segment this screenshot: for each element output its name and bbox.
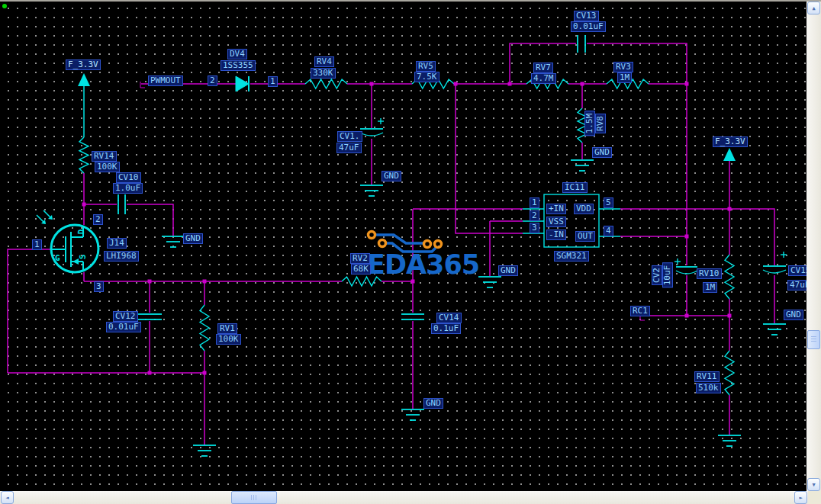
gnd-label[interactable]: GND (382, 171, 401, 181)
horizontal-scrollbar[interactable]: ◄ ► (0, 491, 808, 504)
gnd-label[interactable]: GND (423, 398, 443, 409)
value-label[interactable]: LHI968 (104, 251, 139, 262)
value-label[interactable]: 7.5K (414, 72, 439, 82)
scroll-right-icon: ► (799, 495, 802, 501)
designator-label[interactable]: DV4 (227, 49, 247, 59)
value-label[interactable]: 68K (351, 264, 371, 274)
pin-number-label[interactable]: 3 (530, 223, 539, 233)
designator-label[interactable]: RV3 (613, 62, 633, 72)
horizontal-scroll-thumb[interactable] (231, 491, 277, 504)
power-port-label[interactable]: F_3.3V (66, 59, 101, 70)
designator-label[interactable]: RV10 (697, 268, 722, 279)
value-label[interactable]: 0.01uF (571, 21, 606, 32)
pin-number-label[interactable]: 1 (32, 239, 42, 250)
pin-number-label[interactable]: 3 (94, 281, 104, 292)
designator-label[interactable]: CV15 (788, 265, 807, 276)
value-label[interactable]: 0.1uF (431, 323, 461, 334)
pin-number-label[interactable]: 1 (268, 76, 278, 87)
designator-label[interactable]: RV5 (416, 61, 436, 72)
value-label[interactable]: 1.0uF (113, 183, 143, 194)
gnd-label[interactable]: GND (784, 310, 803, 320)
power-port-label[interactable]: F_3.3V (713, 136, 748, 147)
designator-label[interactable]: CV10 (116, 172, 141, 183)
value-label[interactable]: 1.5M (584, 111, 595, 136)
schematic-canvas[interactable]: EDA365 F_3.3VPWMOUT2DV41SS3551RV4330KRV5… (0, 2, 807, 491)
scroll-left-icon: ◄ (5, 495, 8, 501)
origin-indicator (2, 4, 7, 8)
pin-number-label[interactable]: 2 (93, 214, 103, 225)
value-label[interactable]: 330K (311, 68, 336, 79)
designator-label[interactable]: RV7 (533, 63, 553, 73)
designator-label[interactable]: CV13 (574, 11, 599, 21)
value-label[interactable]: SGM321 (554, 251, 589, 262)
vertical-scrollbar[interactable]: ▲ ▼ (807, 2, 821, 491)
ic-pin-name-label[interactable]: OUT (575, 231, 595, 242)
scroll-right-button[interactable]: ► (794, 491, 807, 504)
symbol-letter: S (79, 255, 88, 260)
value-label[interactable]: 510k (696, 383, 721, 393)
value-label[interactable]: 100K (216, 334, 241, 345)
designator-label[interactable]: IC11 (562, 182, 588, 193)
pin-number-label[interactable]: 5 (604, 197, 613, 208)
value-label[interactable]: 47uF (336, 143, 362, 153)
ic-pin-name-label[interactable]: -IN (546, 230, 566, 240)
gnd-label[interactable]: GND (592, 147, 612, 158)
pin-number-label[interactable]: 2 (530, 210, 539, 221)
gnd-label[interactable]: GND (183, 233, 203, 244)
gnd-label[interactable]: GND (498, 265, 518, 276)
symbol-letter: G (55, 254, 60, 263)
designator-label[interactable]: RV2 (350, 253, 370, 264)
scroll-left-button[interactable]: ◄ (1, 491, 14, 504)
designator-label[interactable]: RV11 (694, 371, 720, 382)
pin-number-label[interactable]: 2 (208, 75, 217, 86)
scrollbar-corner (808, 491, 821, 504)
designator-label[interactable]: CV2 (652, 265, 662, 285)
pin-number-label[interactable]: 4 (604, 226, 613, 236)
ic-pin-name-label[interactable]: VDD (574, 204, 594, 214)
designator-label[interactable]: RV8 (595, 114, 606, 133)
value-label[interactable]: 1SS355 (221, 60, 256, 71)
vertical-scroll-thumb[interactable] (807, 330, 820, 349)
value-label[interactable]: 47uF (787, 280, 807, 291)
scroll-up-button[interactable]: ▲ (807, 2, 820, 14)
eda365-watermark: EDA365 (367, 249, 479, 280)
value-label[interactable]: 1M (617, 72, 632, 83)
value-label[interactable]: 0.01uF (106, 322, 141, 332)
symbol-letter: D (77, 230, 86, 235)
application-window: EDA365 F_3.3VPWMOUT2DV41SS3551RV4330KRV5… (0, 0, 821, 504)
net-label[interactable]: PWMOUT (148, 75, 183, 86)
value-label[interactable]: 100K (95, 162, 120, 172)
designator-label[interactable]: J14 (107, 238, 127, 249)
designator-label[interactable]: RV14 (92, 151, 117, 162)
designator-label[interactable]: RV4 (314, 56, 334, 67)
scroll-up-icon: ▲ (812, 5, 815, 11)
net-label[interactable]: RC1 (630, 306, 650, 316)
value-label[interactable]: 4.7M (531, 73, 556, 84)
scroll-down-button[interactable]: ▼ (807, 478, 820, 491)
designator-label[interactable]: CV12 (113, 311, 138, 322)
designator-label[interactable]: CV14 (436, 313, 462, 323)
schematic-labels-layer: F_3.3VPWMOUT2DV41SS3551RV4330KRV57.5KCV1… (0, 2, 807, 491)
pin-number-label[interactable]: 1 (530, 197, 539, 208)
ic-pin-name-label[interactable]: +IN (546, 204, 566, 214)
ic-pin-name-label[interactable]: VSS (546, 217, 566, 227)
value-label[interactable]: 1M (703, 282, 717, 293)
designator-label[interactable]: RV1 (217, 323, 237, 334)
designator-label[interactable]: CV1. (337, 131, 362, 142)
scroll-down-icon: ▼ (812, 482, 815, 488)
value-label[interactable]: 10uF (662, 263, 673, 288)
